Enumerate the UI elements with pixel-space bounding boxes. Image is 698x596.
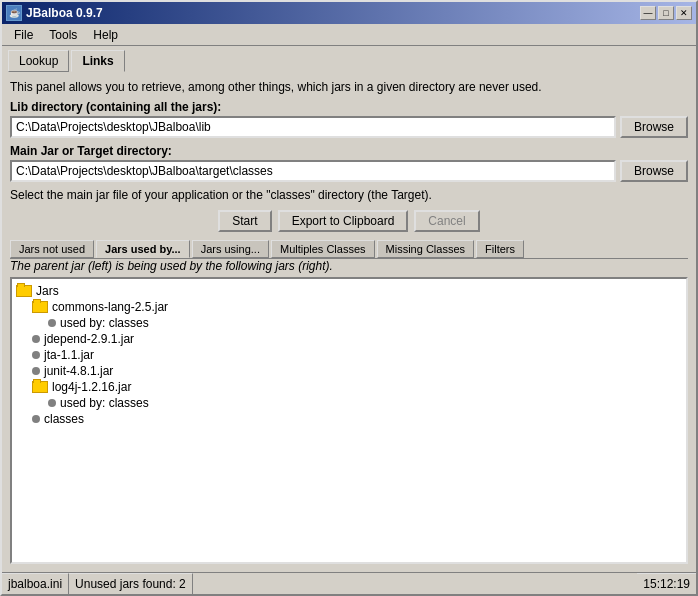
tree-item-junit: junit-4.8.1.jar [16, 363, 682, 379]
tab-jars-not-used[interactable]: Jars not used [10, 240, 94, 258]
status-file-text: jbalboa.ini [8, 577, 62, 591]
main-jar-browse-button[interactable]: Browse [620, 160, 688, 182]
lib-directory-input[interactable] [10, 116, 616, 138]
main-window: ☕ JBalboa 0.9.7 — □ ✕ File Tools Help Lo… [0, 0, 698, 596]
tree-item-used-by-classes-1: used by: classes [16, 315, 682, 331]
window-title: JBalboa 0.9.7 [26, 6, 103, 20]
tree-description: The parent jar (left) is being used by t… [10, 259, 688, 273]
close-button[interactable]: ✕ [676, 6, 692, 20]
target-description: Select the main jar file of your applica… [10, 188, 688, 202]
bullet-icon-used-by-classes-1 [48, 319, 56, 327]
tab-multiples-classes[interactable]: Multiples Classes [271, 240, 375, 258]
tree-label-commons-lang: commons-lang-2.5.jar [52, 300, 168, 314]
inner-tabs-container: Jars not used Jars used by... Jars using… [10, 240, 688, 564]
menu-help[interactable]: Help [85, 26, 126, 44]
tree-label-used-by-classes-1: used by: classes [60, 316, 149, 330]
action-row: Start Export to Clipboard Cancel [10, 210, 688, 232]
menu-bar: File Tools Help [2, 24, 696, 46]
main-tab-bar: Lookup Links [2, 46, 696, 72]
tree-label-jars: Jars [36, 284, 59, 298]
tree-label-jta: jta-1.1.jar [44, 348, 94, 362]
start-button[interactable]: Start [218, 210, 271, 232]
menu-file[interactable]: File [6, 26, 41, 44]
folder-icon-jars [16, 285, 32, 297]
folder-icon-log4j [32, 381, 48, 393]
tab-links[interactable]: Links [71, 50, 124, 72]
tree-label-junit: junit-4.8.1.jar [44, 364, 113, 378]
export-button[interactable]: Export to Clipboard [278, 210, 409, 232]
status-time-text: 15:12:19 [643, 577, 690, 591]
main-jar-group: Main Jar or Target directory: Browse [10, 144, 688, 182]
status-message: Unused jars found: 2 [69, 573, 193, 594]
folder-icon-commons-lang [32, 301, 48, 313]
tab-filters[interactable]: Filters [476, 240, 524, 258]
tree-label-log4j: log4j-1.2.16.jar [52, 380, 131, 394]
tree-label-used-by-classes-2: used by: classes [60, 396, 149, 410]
inner-tab-panel: The parent jar (left) is being used by t… [10, 259, 688, 564]
tab-missing-classes[interactable]: Missing Classes [377, 240, 474, 258]
tree-item-log4j: log4j-1.2.16.jar [16, 379, 682, 395]
minimize-button[interactable]: — [640, 6, 656, 20]
maximize-button[interactable]: □ [658, 6, 674, 20]
app-icon: ☕ [6, 5, 22, 21]
tree-item-used-by-classes-2: used by: classes [16, 395, 682, 411]
lib-browse-button[interactable]: Browse [620, 116, 688, 138]
status-message-text: Unused jars found: 2 [75, 577, 186, 591]
tree-label-classes: classes [44, 412, 84, 426]
lib-directory-label: Lib directory (containing all the jars): [10, 100, 688, 114]
tree-item-jars-root: Jars [16, 283, 682, 299]
bullet-icon-junit [32, 367, 40, 375]
status-bar: jbalboa.ini Unused jars found: 2 15:12:1… [2, 572, 696, 594]
menu-tools[interactable]: Tools [41, 26, 85, 44]
tree-item-classes: classes [16, 411, 682, 427]
bullet-icon-used-by-classes-2 [48, 399, 56, 407]
bullet-icon-jdepend [32, 335, 40, 343]
tree-item-jdepend: jdepend-2.9.1.jar [16, 331, 682, 347]
tab-jars-used-by[interactable]: Jars used by... [96, 240, 190, 258]
main-jar-input[interactable] [10, 160, 616, 182]
bullet-icon-jta [32, 351, 40, 359]
tab-lookup[interactable]: Lookup [8, 50, 69, 72]
tree-item-jta: jta-1.1.jar [16, 347, 682, 363]
inner-tab-bar: Jars not used Jars used by... Jars using… [10, 240, 688, 259]
bullet-icon-classes [32, 415, 40, 423]
tree-label-jdepend: jdepend-2.9.1.jar [44, 332, 134, 346]
panel-description: This panel allows you to retrieve, among… [10, 80, 688, 94]
status-time: 15:12:19 [637, 573, 696, 594]
content-area: This panel allows you to retrieve, among… [2, 72, 696, 572]
tree-container: Jars commons-lang-2.5.jar [16, 283, 682, 427]
tree-item-commons-lang: commons-lang-2.5.jar [16, 299, 682, 315]
title-bar: ☕ JBalboa 0.9.7 — □ ✕ [2, 2, 696, 24]
tab-jars-using[interactable]: Jars using... [192, 240, 269, 258]
tree-panel[interactable]: Jars commons-lang-2.5.jar [10, 277, 688, 564]
cancel-button[interactable]: Cancel [414, 210, 479, 232]
status-file: jbalboa.ini [2, 573, 69, 594]
lib-directory-group: Lib directory (containing all the jars):… [10, 100, 688, 138]
main-jar-label: Main Jar or Target directory: [10, 144, 688, 158]
